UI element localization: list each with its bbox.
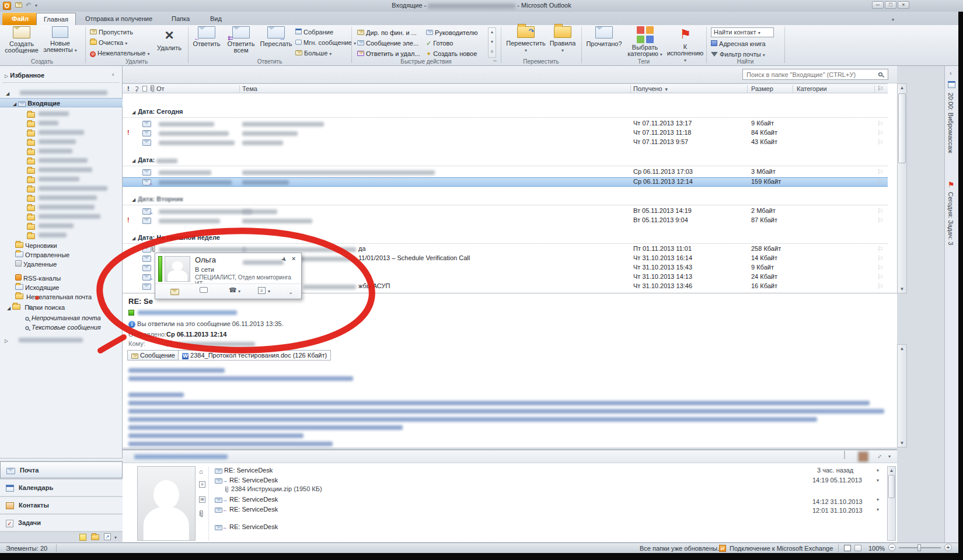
scroll-down-icon[interactable]: ▼: [898, 440, 906, 446]
flag-icon[interactable]: ⚐: [877, 178, 884, 186]
nav-splitter-handle[interactable]: [0, 458, 123, 461]
mark-read-button[interactable]: Прочитано?: [585, 26, 623, 59]
quick-step-6[interactable]: ✦ Создать новое: [426, 49, 477, 59]
sidebar-item-junk[interactable]: Нежелательная почта: [15, 292, 138, 302]
folder-icon[interactable]: [27, 131, 35, 136]
new-items-button[interactable]: Новые элементы ▾: [42, 26, 78, 59]
tab-file[interactable]: Файл: [2, 13, 38, 25]
zoom-level[interactable]: 100%: [868, 545, 885, 552]
group-header[interactable]: ◢Дата: Вторник: [123, 195, 888, 205]
people-row[interactable]: ← RE: ServiceDesk: [215, 523, 278, 530]
people-row[interactable]: → RE: ServiceDesk: [215, 496, 278, 503]
folder-icon[interactable]: [27, 149, 35, 155]
ribbon-collapse-icon[interactable]: ▴: [892, 16, 894, 22]
flag-icon[interactable]: ⚐: [877, 264, 884, 272]
folder-icon[interactable]: [27, 196, 35, 202]
people-row[interactable]: → RE: ServiceDesk: [215, 477, 278, 484]
minimize-folder-pane-icon[interactable]: ‹: [112, 71, 114, 78]
phone-icon[interactable]: ☎: [229, 286, 237, 294]
redacted-sender-email[interactable]: [138, 310, 237, 315]
scroll-down-icon[interactable]: ▼: [898, 286, 906, 292]
row-dropdown-icon[interactable]: ▾: [877, 507, 879, 512]
meeting-button[interactable]: Собрание: [295, 27, 333, 37]
junk-button[interactable]: ⊘ Нежелательные ▾: [90, 48, 149, 58]
group-header[interactable]: ◢Дата: На прошлой неделе: [123, 234, 888, 244]
sidebar-item-outbox[interactable]: Исходящие: [15, 283, 138, 292]
scroll-up-icon[interactable]: ▲: [888, 468, 895, 473]
ignore-button[interactable]: Пропустить: [90, 27, 133, 37]
close-button[interactable]: ×: [898, 1, 909, 9]
nav-contacts[interactable]: Контакты: [0, 496, 123, 513]
flag-icon[interactable]: ⚐: [877, 282, 884, 290]
column-flag-icon[interactable]: ⚐: [877, 85, 884, 93]
row-dropdown-icon[interactable]: ▾: [877, 468, 879, 473]
recipient-checkbox[interactable]: [166, 341, 172, 346]
sidebar-item-deleted[interactable]: Удаленные: [15, 260, 138, 269]
tab-send-receive[interactable]: Отправка и получение: [78, 13, 159, 25]
attachments-filter-icon[interactable]: [200, 510, 204, 519]
scroll-up-icon[interactable]: ▲: [898, 85, 906, 90]
folder-icon[interactable]: [27, 140, 35, 146]
nav-calendar[interactable]: Календарь: [0, 479, 123, 496]
contact-thumb-photo[interactable]: [858, 452, 868, 462]
sidebar-item-search-folders[interactable]: ◢ Папки поиска: [7, 303, 130, 312]
tab-folder[interactable]: Папка: [165, 13, 197, 25]
flag-icon[interactable]: ⚐: [877, 129, 884, 137]
reply-all-button[interactable]: ⇇ Ответить всем: [224, 26, 258, 59]
message-row[interactable]: Чт 07.11.2013 13:17 9 Кбайт ⚐: [123, 120, 888, 129]
nav-mail[interactable]: Почта: [0, 461, 123, 478]
normal-view-icon[interactable]: [844, 545, 851, 551]
zoom-slider-thumb[interactable]: [917, 544, 921, 551]
folder-icon[interactable]: [27, 112, 35, 118]
contact-thumb-avatar[interactable]: [844, 451, 845, 459]
mail-filter-icon[interactable]: ✉: [199, 496, 205, 503]
column-item-type-icon[interactable]: [142, 86, 147, 92]
sidebar-item-inbox[interactable]: ◢ Входящие: [0, 98, 123, 107]
exchange-status[interactable]: Подключение к Microsoft Exchange: [730, 545, 833, 552]
row-dropdown-icon[interactable]: ▾: [877, 497, 879, 502]
forward-button[interactable]: → Переслать: [259, 26, 293, 59]
folder-icon[interactable]: [27, 233, 35, 239]
im-button[interactable]: Мгн. сообщение ▾: [295, 38, 356, 48]
folder-list-icon[interactable]: [91, 534, 99, 540]
flag-icon[interactable]: ⚐: [877, 254, 884, 262]
rules-button[interactable]: Правила▾: [547, 26, 578, 59]
column-subject[interactable]: Тема: [242, 85, 257, 92]
folder-icon[interactable]: [27, 215, 35, 220]
tab-home[interactable]: Главная: [36, 13, 76, 25]
expand-popup-icon[interactable]: ⌄: [288, 289, 293, 295]
search-icon[interactable]: [878, 72, 882, 76]
folder-icon[interactable]: [27, 121, 35, 127]
reply-button[interactable]: ← Ответить: [190, 26, 223, 59]
message-row[interactable]: Чт 07.11.2013 9:57 43 Кбайт ⚐: [123, 138, 888, 148]
people-row[interactable]: RE: ServiceDesk: [215, 467, 273, 474]
expand-todo-bar-icon[interactable]: ‹: [950, 69, 952, 76]
activity-list-icon[interactable]: ≡: [199, 481, 205, 488]
folder-icon[interactable]: [27, 177, 35, 183]
zoom-out-icon[interactable]: −: [888, 544, 896, 551]
new-email-button[interactable]: Создать сообщение: [4, 26, 40, 59]
favorites-header[interactable]: ▷ Избранное: [5, 71, 127, 80]
maximize-button[interactable]: □: [885, 1, 896, 9]
message-row[interactable]: ! Чт 07.11.2013 11:18 84 Кбайт ⚐: [123, 129, 888, 138]
message-row[interactable]: → Вт 05.11.2013 14:19 2 Мбайт ⚐: [123, 207, 888, 216]
people-pane-scrollbar[interactable]: ▲: [887, 466, 896, 541]
scrollbar-thumb[interactable]: [898, 93, 906, 163]
send-email-icon[interactable]: [170, 289, 179, 295]
more-respond-button[interactable]: Больше ▾: [295, 48, 332, 58]
delete-button[interactable]: × Удалить: [153, 26, 186, 59]
reading-view-icon[interactable]: [854, 545, 861, 551]
notes-icon[interactable]: [79, 534, 86, 541]
account-root[interactable]: ◢: [6, 88, 128, 97]
folder-icon[interactable]: [27, 205, 35, 211]
flag-icon[interactable]: ⚐: [877, 273, 884, 281]
group-header[interactable]: ◢Дата:: [123, 156, 888, 166]
find-contact-input[interactable]: Найти контакт ▾: [711, 27, 774, 37]
sidebar-item-sent[interactable]: Отправленные: [15, 250, 138, 260]
column-categories[interactable]: Категории: [797, 85, 827, 92]
message-row-selected[interactable]: ← Ср 06.11.2013 12:14 159 Кбайт ⚐: [123, 177, 888, 187]
search-input[interactable]: [742, 69, 888, 80]
people-row-attachment[interactable]: 2384 Инструкции.zip (1950 КБ): [225, 485, 322, 493]
move-button[interactable]: ↷ Переместить▾: [505, 26, 546, 59]
quick-step-1[interactable]: Дир. по фин. и ...: [357, 28, 417, 38]
